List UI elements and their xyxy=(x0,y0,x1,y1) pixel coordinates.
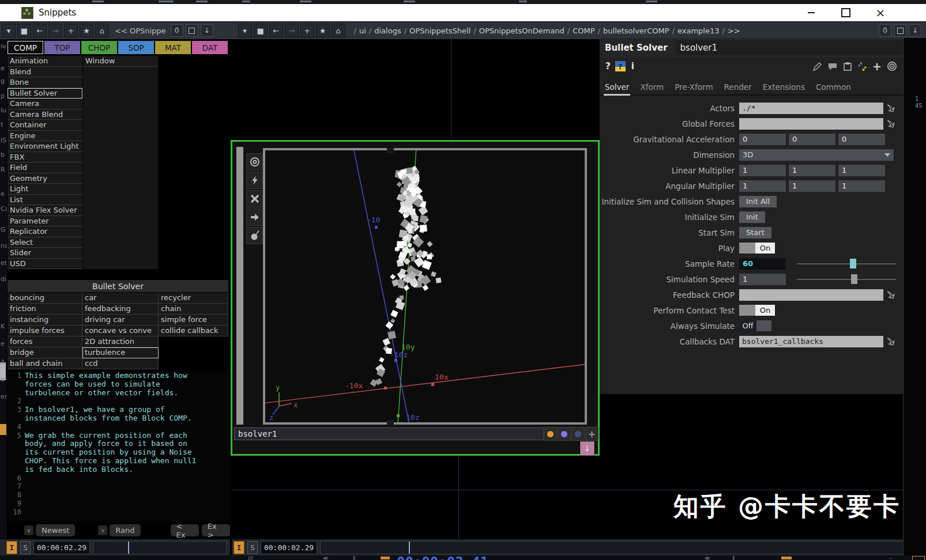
dropdown-icon[interactable]: ▾ xyxy=(238,24,252,37)
param-number-input[interactable]: 0 xyxy=(838,134,885,145)
info-icon[interactable]: i xyxy=(631,61,634,71)
list-item[interactable]: Engine xyxy=(7,131,82,142)
param-button[interactable]: Start xyxy=(739,227,771,239)
slider-track[interactable] xyxy=(797,279,896,280)
path-segment[interactable]: OPSnippetsOnDemand xyxy=(479,27,564,35)
timeline-bar[interactable] xyxy=(93,541,227,554)
tab-extensions[interactable]: Extensions xyxy=(763,82,805,94)
rand-dropdown-icon[interactable]: v xyxy=(98,525,107,535)
list-item[interactable]: Nvidia Flex Solver xyxy=(7,205,82,216)
list-item[interactable]: Camera xyxy=(7,99,82,109)
bullseye-icon[interactable] xyxy=(887,61,897,71)
close-icon[interactable] xyxy=(246,190,263,207)
timecode-field[interactable]: 00:00:02.29 xyxy=(261,541,317,554)
export-arrow-icon[interactable] xyxy=(886,290,897,300)
param-dropdown[interactable]: 3D xyxy=(739,149,894,161)
flag-blue[interactable] xyxy=(571,427,585,441)
example-item[interactable]: instancing xyxy=(7,315,82,326)
back-icon[interactable]: ← xyxy=(33,24,47,37)
param-number-input[interactable]: 1 xyxy=(739,274,786,285)
panel-edge-strip[interactable] xyxy=(236,147,243,425)
tab-pre-xform[interactable]: Pre-Xform xyxy=(675,82,713,94)
slider-track[interactable] xyxy=(797,263,896,264)
viewport-3d-scene[interactable]: -1010y-10z10x-10x10zyxz xyxy=(265,150,585,422)
path-segment[interactable]: COMP xyxy=(573,27,594,35)
example-item[interactable]: friction xyxy=(7,304,82,315)
stop-icon[interactable]: ■ xyxy=(254,24,268,37)
independent-toggle[interactable]: I xyxy=(234,541,244,554)
tab-solver[interactable]: Solver xyxy=(605,82,629,94)
example-item[interactable]: car xyxy=(82,293,159,304)
example-item[interactable]: bridge xyxy=(7,347,82,358)
tab-top[interactable]: TOP xyxy=(44,41,80,54)
ex-next-button[interactable]: Ex > xyxy=(202,524,230,536)
param-number-input[interactable]: 1 xyxy=(789,180,835,192)
param-number-input[interactable]: 1 xyxy=(789,165,835,176)
tab-xform[interactable]: Xform xyxy=(640,82,664,94)
path-segment[interactable]: ui xyxy=(359,27,366,35)
node-name-field[interactable]: bsolver1 xyxy=(234,427,544,440)
param-number-input[interactable]: 1 xyxy=(739,180,786,192)
target-icon[interactable] xyxy=(246,153,263,171)
param-toggle[interactable]: Off xyxy=(739,320,771,331)
list-item[interactable]: Blend xyxy=(7,67,82,78)
param-number-input[interactable]: 1 xyxy=(838,165,885,176)
plus-icon[interactable]: + xyxy=(300,24,314,37)
example-item[interactable]: simple force xyxy=(159,315,228,326)
tab-render[interactable]: Render xyxy=(724,82,752,94)
bomb-icon[interactable] xyxy=(246,227,263,244)
param-number-input[interactable]: 1 xyxy=(838,180,885,192)
counter-field[interactable]: 0 xyxy=(879,24,891,37)
export-arrow-icon[interactable] xyxy=(886,103,897,113)
op-name-field[interactable]: bsolver1 xyxy=(676,40,903,55)
tab-mat[interactable]: MAT xyxy=(155,41,191,54)
param-text-input[interactable]: bsolver1_callbacks xyxy=(739,336,883,347)
path-expand[interactable]: >> xyxy=(728,27,740,35)
newest-dropdown-icon[interactable]: v xyxy=(24,525,33,535)
example-item[interactable]: recycler xyxy=(159,293,228,304)
list-item[interactable]: Light xyxy=(7,184,82,195)
list-item[interactable]: Bone xyxy=(7,77,82,88)
list-item[interactable]: Replicator xyxy=(7,226,82,237)
path-segment[interactable]: dialogs xyxy=(374,27,401,35)
list-item[interactable]: Field xyxy=(7,162,82,173)
param-text-input[interactable] xyxy=(739,118,883,130)
export-arrow-icon[interactable] xyxy=(886,336,897,347)
list-item[interactable]: Slider xyxy=(7,248,82,259)
list-item[interactable]: FBX xyxy=(7,152,82,163)
list-item[interactable]: Window xyxy=(83,56,158,67)
down-arrow-icon[interactable]: ↓ xyxy=(201,24,213,37)
solo-toggle[interactable]: S xyxy=(20,541,31,554)
solo-toggle[interactable]: S xyxy=(247,541,258,554)
back-icon[interactable]: ← xyxy=(269,24,283,37)
example-item[interactable]: ball and chain xyxy=(7,358,82,369)
example-item[interactable]: 2D attraction xyxy=(82,336,159,347)
home-icon[interactable]: ⌂ xyxy=(332,24,345,37)
independent-toggle[interactable]: I xyxy=(6,541,17,554)
example-item[interactable]: chain xyxy=(159,304,228,315)
list-item[interactable]: USD xyxy=(7,259,82,270)
param-button[interactable]: Init All xyxy=(739,196,777,207)
example-item[interactable]: forces xyxy=(7,336,82,347)
counter-field[interactable]: 0 xyxy=(171,24,183,37)
list-item[interactable]: Bullet Solver xyxy=(7,88,82,99)
close-button[interactable]: × xyxy=(867,4,894,21)
param-text-input[interactable]: ./* xyxy=(739,103,883,114)
frame-icon[interactable] xyxy=(894,24,906,37)
path-segment[interactable]: bulletsolverCOMP xyxy=(603,27,669,35)
list-item[interactable]: Container xyxy=(7,120,82,131)
list-item[interactable]: Geometry xyxy=(7,173,82,184)
forward-icon[interactable]: → xyxy=(285,24,299,37)
param-text-input[interactable] xyxy=(739,289,883,301)
comment-icon[interactable] xyxy=(827,62,838,71)
tab-sop[interactable]: SOP xyxy=(118,41,154,54)
dropdown-icon[interactable]: ▾ xyxy=(2,24,16,37)
lightning-icon[interactable] xyxy=(246,172,263,189)
param-toggle[interactable]: On xyxy=(739,305,775,316)
list-item[interactable]: Select xyxy=(7,237,82,248)
timecode-field[interactable]: 00:00:02.29 xyxy=(33,541,90,554)
tab-dat[interactable]: DAT xyxy=(192,41,228,54)
plus-icon[interactable]: + xyxy=(64,24,78,37)
example-item[interactable]: impulse forces xyxy=(7,326,82,336)
example-item[interactable]: bouncing xyxy=(7,293,82,304)
